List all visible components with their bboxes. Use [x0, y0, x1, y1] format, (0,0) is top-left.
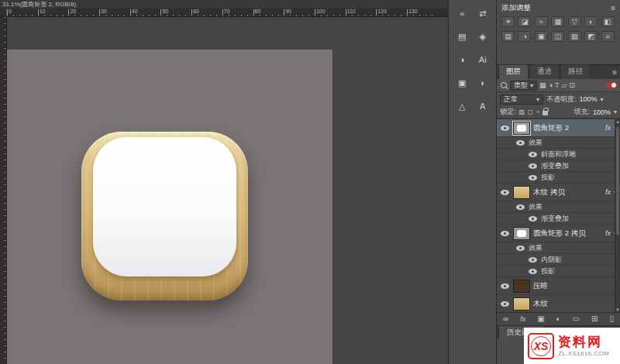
color-lookup-icon[interactable]: ◫	[551, 31, 564, 42]
visibility-eye-icon[interactable]	[500, 299, 510, 309]
tab-paths[interactable]: 路径	[560, 64, 591, 79]
ai-panel-icon[interactable]: Ai	[474, 53, 492, 67]
lock-pixels-icon[interactable]: ◻	[528, 108, 533, 115]
fill-value[interactable]: 100%	[593, 108, 611, 116]
layer-row-wood[interactable]: 木纹	[497, 295, 620, 312]
vertical-ruler[interactable]	[0, 17, 7, 364]
document-canvas[interactable]	[7, 50, 332, 364]
visibility-eye-icon[interactable]	[500, 187, 510, 197]
effect-name[interactable]: 效果	[529, 202, 617, 212]
visibility-eye-icon[interactable]	[500, 228, 510, 239]
fx-badge[interactable]: fx	[605, 188, 611, 196]
effects-group-row[interactable]: 效果	[497, 201, 620, 213]
effect-row[interactable]: 渐变叠加	[497, 213, 620, 225]
layers-scrollbar[interactable]: ▲ ▼	[615, 119, 620, 312]
lock-position-icon[interactable]: +	[536, 108, 540, 115]
visibility-eye-icon[interactable]	[515, 138, 525, 148]
add-mask-button[interactable]: ▣	[537, 315, 544, 323]
effect-name[interactable]: 效果	[529, 138, 617, 148]
hue-saturation-icon[interactable]: ◐	[584, 16, 598, 27]
layer-row-darken[interactable]: 压暗	[497, 277, 620, 295]
arrows-panel-icon[interactable]: ⇄	[474, 6, 492, 20]
canvas-pasteboard[interactable]	[7, 17, 448, 364]
chevron-down-icon[interactable]: ▾	[601, 96, 604, 103]
effect-name[interactable]: 效果	[529, 243, 617, 253]
threshold-icon[interactable]: ≡	[601, 31, 615, 42]
link-layers-button[interactable]: ∞	[503, 315, 508, 323]
effect-name[interactable]: 内阴影	[541, 255, 617, 265]
layer-row-rounded-rect-2-copy[interactable]: 圆角矩形 2 拷贝 fx ▾	[497, 225, 620, 242]
document-tab[interactable]: 31.1%(圆角矩形 2, RGB/8)	[0, 0, 448, 9]
layer-row-wood-copy[interactable]: 木纹 拷贝 fx ▾	[497, 184, 620, 201]
invert-icon[interactable]: ▨	[568, 31, 581, 42]
visibility-eye-icon[interactable]	[528, 161, 538, 171]
new-adjustment-layer-button[interactable]: ◐	[556, 315, 561, 323]
character-panel-icon[interactable]: A	[474, 99, 492, 113]
visibility-eye-icon[interactable]	[528, 266, 538, 276]
layer-name[interactable]: 圆角矩形 2	[533, 123, 602, 133]
lock-transparency-icon[interactable]: ▨	[519, 108, 525, 115]
scroll-down-icon[interactable]: ▼	[615, 307, 620, 312]
fx-badge[interactable]: fx	[605, 229, 611, 237]
layer-thumbnail[interactable]	[513, 227, 530, 240]
effect-name[interactable]: 渐变叠加	[541, 161, 617, 171]
fx-badge[interactable]: fx	[605, 124, 611, 132]
effect-name[interactable]: 投影	[541, 266, 617, 276]
brightness-contrast-icon[interactable]: ☀	[501, 16, 515, 27]
layer-row-rounded-rect-2[interactable]: 圆角矩形 2 fx ▾	[497, 119, 620, 137]
tab-layers[interactable]: 图层	[498, 64, 529, 79]
expand-dock-icon[interactable]: «	[453, 6, 471, 20]
layer-thumbnail[interactable]	[513, 122, 530, 135]
photo-filter-icon[interactable]: ◑	[518, 31, 531, 42]
effect-name[interactable]: 投影	[541, 173, 617, 183]
ruler-origin[interactable]	[0, 9, 7, 17]
curves-icon[interactable]: ≈	[535, 16, 548, 27]
layer-name[interactable]: 圆角矩形 2 拷贝	[533, 228, 602, 239]
styles-panel-icon[interactable]: ◈	[474, 29, 492, 43]
visibility-eye-icon[interactable]	[515, 243, 525, 253]
channel-mixer-icon[interactable]: ▣	[535, 31, 548, 42]
tool-presets-panel-icon[interactable]: △	[453, 99, 471, 113]
visibility-eye-icon[interactable]	[528, 255, 538, 265]
visibility-eye-icon[interactable]	[500, 123, 510, 133]
swatches-panel-icon[interactable]: ▤	[453, 29, 471, 43]
effect-row[interactable]: 投影	[497, 266, 620, 277]
filter-adjustment-icon[interactable]: ◑	[549, 81, 553, 89]
layer-style-button[interactable]: fx	[520, 316, 525, 323]
adjustments-panel-icon[interactable]: ◑	[453, 53, 471, 67]
filter-kind-dropdown[interactable]: 类型 ▾	[510, 81, 537, 91]
layer-name[interactable]: 压暗	[533, 281, 617, 291]
effects-group-row[interactable]: 效果	[497, 137, 620, 149]
exposure-icon[interactable]: ▦	[551, 16, 564, 27]
black-white-icon[interactable]: ▤	[501, 31, 515, 42]
masks-panel-icon[interactable]: ◗	[474, 76, 492, 90]
layer-thumbnail[interactable]	[513, 280, 530, 293]
delete-layer-button[interactable]: ▯	[609, 315, 614, 323]
filter-toggle-switch[interactable]	[606, 82, 617, 88]
layers-panel-menu-icon[interactable]: ≡	[612, 68, 617, 77]
new-group-button[interactable]: ▭	[573, 315, 580, 323]
color-balance-icon[interactable]: ◧	[601, 16, 615, 27]
filter-shape-icon[interactable]: ▱	[561, 81, 567, 89]
filter-type-icon[interactable]: T	[555, 81, 560, 89]
effect-row[interactable]: 投影	[497, 172, 620, 184]
effect-row[interactable]: 斜面和浮雕	[497, 149, 620, 160]
chevron-down-icon[interactable]: ▾	[614, 108, 617, 115]
visibility-eye-icon[interactable]	[528, 173, 538, 183]
filter-smart-object-icon[interactable]: ⊡	[569, 81, 575, 89]
visibility-eye-icon[interactable]	[528, 214, 538, 224]
posterize-icon[interactable]: ◩	[584, 31, 598, 42]
vibrance-icon[interactable]: ▽	[568, 16, 581, 27]
effect-name[interactable]: 斜面和浮雕	[541, 149, 617, 160]
levels-icon[interactable]: ◪	[518, 16, 531, 27]
horizontal-ruler[interactable]: 0 10 20 30 40 50 60 70 80 90 100 110 120…	[7, 9, 448, 17]
visibility-eye-icon[interactable]	[500, 281, 510, 291]
blend-mode-dropdown[interactable]: 正常 ▾	[500, 94, 543, 105]
effect-row[interactable]: 渐变叠加	[497, 160, 620, 172]
3d-panel-icon[interactable]: ▣	[453, 76, 471, 90]
layer-name[interactable]: 木纹	[533, 299, 617, 309]
new-layer-button[interactable]: ⊞	[591, 315, 598, 323]
layer-name[interactable]: 木纹 拷贝	[533, 187, 602, 197]
tab-channels[interactable]: 通道	[529, 64, 560, 79]
effect-name[interactable]: 渐变叠加	[541, 214, 617, 224]
